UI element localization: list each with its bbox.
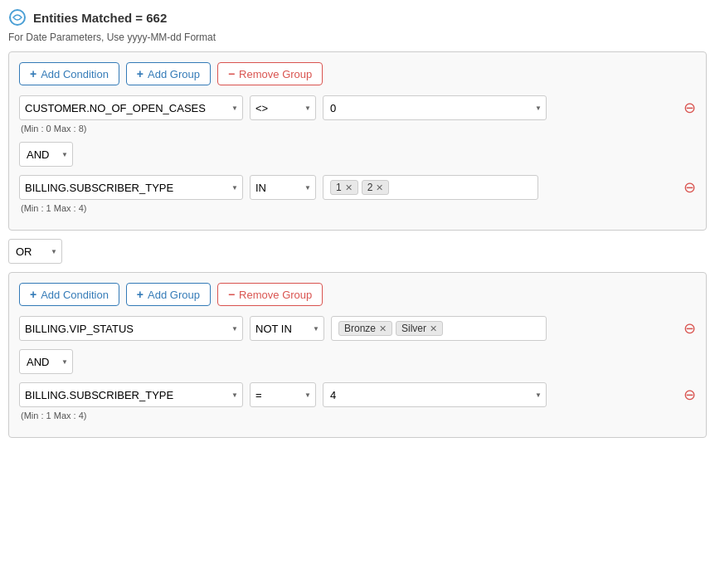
inner-operator-1-select[interactable]: NOT IN IN = [250,316,324,341]
inner-condition-1: BILLING.VIP_STATUS NOT IN IN = Bronze ✕ … [19,316,696,341]
outer-tag-input-2[interactable]: 1 ✕ 2 ✕ [323,175,538,200]
outer-operator-2-select[interactable]: IN NOT IN = [250,175,316,200]
inner-field-1-select[interactable]: BILLING.VIP_STATUS [19,316,243,341]
outer-field-2-select[interactable]: BILLING.SUBSCRIBER_TYPE [19,175,243,200]
outer-remove-condition-1-button[interactable]: ⊖ [683,100,696,115]
outer-condition-1: CUSTOMER.NO_OF_OPEN_CASES <> = > < 0 ⊖ [19,95,696,120]
tag-2: 2 ✕ [362,180,390,195]
inner-condition-2-hint: (Min : 1 Max : 4) [19,411,696,420]
inner-field-2-select[interactable]: BILLING.SUBSCRIBER_TYPE [19,382,243,407]
inner-add-condition-button[interactable]: + Add Condition [19,283,119,306]
outer-condition-2-hint: (Min : 1 Max : 4) [19,203,696,213]
tag-bronze: Bronze ✕ [338,321,392,336]
tag-1: 1 ✕ [330,180,358,195]
inner-value-2-wrapper: 4 [323,382,547,407]
inner-remove-group-button[interactable]: − Remove Group [217,283,323,306]
outer-connector-select[interactable]: AND OR NOT [19,142,73,167]
inner-connector-select[interactable]: AND OR NOT [19,349,73,374]
tag-2-remove[interactable]: ✕ [376,182,383,193]
outer-connector-wrapper: AND OR NOT [19,142,73,167]
outer-field-1-wrapper: CUSTOMER.NO_OF_OPEN_CASES [19,95,243,120]
or-connector-wrapper: OR AND NOT [8,239,62,264]
plus-icon-3: + [30,288,36,301]
inner-group-btn-row: + Add Condition + Add Group − Remove Gro… [19,283,696,306]
inner-add-group-button[interactable]: + Add Group [126,283,211,306]
or-connector-select[interactable]: OR AND NOT [8,239,62,264]
outer-remove-condition-2-button[interactable]: ⊖ [683,180,696,195]
or-connector-row: OR AND NOT [8,239,707,264]
inner-connector: AND OR NOT [19,349,696,374]
tag-silver: Silver ✕ [396,321,443,336]
outer-condition-2: BILLING.SUBSCRIBER_TYPE IN NOT IN = 1 ✕ … [19,175,696,200]
outer-operator-2-wrapper: IN NOT IN = [250,175,316,200]
outer-field-1-select[interactable]: CUSTOMER.NO_OF_OPEN_CASES [19,95,243,120]
outer-field-2-wrapper: BILLING.SUBSCRIBER_TYPE [19,175,243,200]
plus-icon-4: + [137,288,143,301]
outer-operator-1-wrapper: <> = > < [250,95,316,120]
minus-icon-2: − [228,288,235,301]
inner-operator-2-select[interactable]: = <> IN NOT IN [250,382,316,407]
inner-condition-2: BILLING.SUBSCRIBER_TYPE = <> IN NOT IN 4… [19,382,696,407]
inner-operator-1-wrapper: NOT IN IN = [250,316,324,341]
outer-operator-1-select[interactable]: <> = > < [250,95,316,120]
entities-icon [8,8,27,27]
inner-connector-wrapper: AND OR NOT [19,349,73,374]
tag-bronze-remove[interactable]: ✕ [379,323,387,334]
inner-value-2-select[interactable]: 4 [323,382,547,407]
inner-group: + Add Condition + Add Group − Remove Gro… [8,272,707,438]
inner-remove-condition-2-button[interactable]: ⊖ [683,387,696,402]
outer-remove-group-button[interactable]: − Remove Group [217,62,323,85]
date-hint: For Date Parameters, Use yyyy-MM-dd Form… [8,32,707,43]
outer-group: + Add Condition + Add Group − Remove Gro… [8,51,707,231]
tag-silver-remove[interactable]: ✕ [430,323,437,334]
tag-1-remove[interactable]: ✕ [345,182,353,193]
plus-icon: + [30,67,36,80]
inner-operator-2-wrapper: = <> IN NOT IN [250,382,316,407]
plus-icon-2: + [137,67,143,80]
outer-connector: AND OR NOT [19,142,696,167]
header: Entities Matched = 662 [8,8,707,27]
outer-value-1-wrapper: 0 [323,95,547,120]
outer-condition-1-hint: (Min : 0 Max : 8) [19,124,696,134]
inner-field-2-wrapper: BILLING.SUBSCRIBER_TYPE [19,382,243,407]
inner-field-1-wrapper: BILLING.VIP_STATUS [19,316,243,341]
minus-icon: − [228,67,235,80]
outer-value-1-select[interactable]: 0 [323,95,547,120]
outer-add-condition-button[interactable]: + Add Condition [19,62,119,85]
header-title: Entities Matched = 662 [33,11,167,25]
outer-add-group-button[interactable]: + Add Group [126,62,211,85]
svg-point-0 [10,10,25,25]
inner-remove-condition-1-button[interactable]: ⊖ [683,321,696,336]
inner-tag-input-1[interactable]: Bronze ✕ Silver ✕ [331,316,547,341]
outer-group-btn-row: + Add Condition + Add Group − Remove Gro… [19,62,696,85]
